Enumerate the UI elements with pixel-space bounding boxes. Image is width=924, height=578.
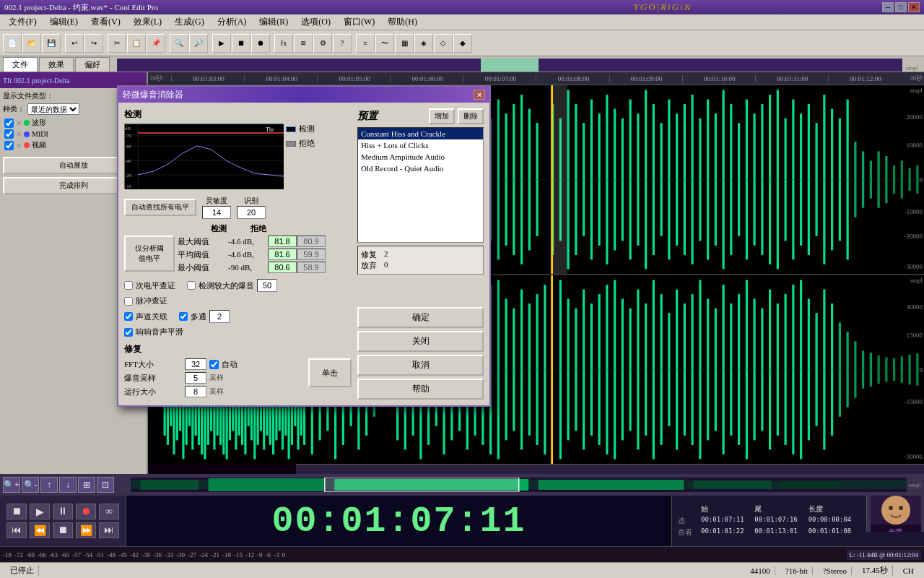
menu-analyze[interactable]: 分析(A) (212, 14, 253, 30)
video-checkbox[interactable] (4, 141, 14, 150)
fft-input[interactable] (185, 358, 206, 370)
menu-window[interactable]: 窗口(W) (338, 14, 380, 30)
fft-auto-cb[interactable] (209, 360, 219, 369)
vu-neg45: -45 (118, 551, 127, 558)
mini-waveform-strip[interactable] (131, 478, 907, 492)
btn-stop[interactable]: ⏹ (6, 504, 27, 519)
fft-auto-label: 自动 (222, 359, 237, 370)
dialog-close-button[interactable]: ✕ (474, 90, 485, 100)
vu-neg51: -51 (95, 551, 104, 558)
tab-effects[interactable]: 效果 (39, 57, 74, 72)
cancel-btn[interactable]: 取消 (357, 355, 484, 376)
toolbar-stop[interactable]: ⏹ (232, 34, 250, 53)
toolbar-paste[interactable]: 📌 (147, 34, 165, 53)
close-button[interactable]: ✕ (908, 2, 920, 12)
min-reject-input[interactable] (297, 262, 326, 273)
menu-effects[interactable]: 效果(L) (128, 14, 167, 30)
toolbar-play[interactable]: ▶ (212, 34, 231, 53)
btn-record[interactable]: ⏺ (76, 504, 96, 519)
btn-loop[interactable]: ∞ (99, 504, 119, 519)
multipass-cb[interactable] (179, 312, 188, 321)
horizontal-scrollbar[interactable] (296, 464, 924, 474)
toolbar-waveform[interactable]: 〜 (375, 34, 394, 53)
tab-file[interactable]: 文件 (3, 57, 38, 72)
toolbar-zoom-out[interactable]: 🔎 (189, 34, 208, 53)
btn-to-start[interactable]: ⏮ (6, 522, 27, 538)
preset-item-2[interactable]: Medium Amplitude Audio (358, 151, 483, 163)
toolbar-undo[interactable]: ↩ (65, 34, 84, 53)
btn-next[interactable]: ⏩ (76, 522, 96, 538)
detect-large-input[interactable] (257, 279, 277, 292)
preset-add-btn[interactable]: 增加 (429, 108, 455, 124)
close-btn[interactable]: 关闭 (357, 331, 484, 352)
pulse-cb[interactable] (124, 297, 133, 306)
toolbar-extra2[interactable]: ◇ (434, 34, 453, 53)
maximize-button[interactable]: □ (895, 2, 907, 12)
menu-file[interactable]: 文件(F) (3, 14, 43, 30)
menu-help[interactable]: 帮助(H) (382, 14, 423, 30)
multipass-input[interactable] (209, 310, 230, 323)
max-detect-input[interactable] (268, 236, 297, 247)
toolbar-zoom-in[interactable]: 🔍 (170, 34, 188, 53)
preset-item-1[interactable]: Hiss + Lots of Clicks (358, 139, 483, 151)
toolbar-cut[interactable]: ✂ (108, 34, 126, 53)
zoom-in-btn[interactable]: 🔍+ (3, 477, 20, 493)
btn-to-end[interactable]: ⏭ (99, 522, 119, 538)
analyze-btn[interactable]: 仅分析阈 值电平 (124, 236, 175, 272)
toolbar-redo[interactable]: ↪ (84, 34, 103, 53)
run-size-input[interactable] (185, 386, 206, 397)
help-btn[interactable]: 帮助 (357, 379, 484, 400)
toolbar-extra3[interactable]: ◆ (453, 34, 472, 53)
max-reject-input[interactable] (297, 236, 326, 247)
menu-edit[interactable]: 编辑(E) (44, 14, 84, 30)
sound-cb[interactable] (124, 328, 133, 337)
preset-del-btn[interactable]: 删除 (458, 108, 484, 124)
btn-stop2[interactable]: ⏹ (53, 522, 73, 538)
toolbar-copy[interactable]: 📋 (127, 34, 146, 53)
toolbar-new[interactable]: 📄 (3, 34, 22, 53)
zoom-in-v-btn[interactable]: ↑ (40, 477, 58, 493)
min-detect-input[interactable] (268, 262, 297, 273)
toolbar-multitrack[interactable]: ≡ (356, 34, 375, 53)
second-level-cb[interactable] (124, 281, 133, 290)
tab-prefs[interactable]: 偏好 (75, 57, 110, 72)
zoom-all-btn[interactable]: ⊡ (97, 477, 114, 493)
menu-view[interactable]: 查看(V) (85, 14, 126, 30)
detect-large-cb[interactable] (187, 281, 196, 290)
menu-edit2[interactable]: 编辑(R) (253, 14, 294, 30)
minimize-button[interactable]: ─ (882, 2, 894, 12)
toolbar-open[interactable]: 📂 (22, 34, 41, 53)
btn-pause[interactable]: ⏸ (53, 504, 73, 519)
app-logo: YGO|RiGiN (443, 1, 882, 13)
toolbar-extra1[interactable]: ◈ (414, 34, 433, 53)
btn-play[interactable]: ▶ (30, 504, 50, 519)
midi-checkbox[interactable] (4, 129, 14, 139)
zoom-fit-btn[interactable]: ⊞ (78, 477, 95, 493)
toolbar-settings[interactable]: ⚙ (313, 34, 332, 53)
channel-cb[interactable] (124, 312, 133, 321)
toolbar-spectrum[interactable]: ▦ (395, 34, 414, 53)
preset-item-3[interactable]: Old Record - Quiet Audio (358, 163, 483, 174)
pop-samples-input[interactable] (185, 372, 206, 384)
auto-find-btn[interactable]: 自动查找所有电平 (124, 199, 196, 216)
type-select[interactable]: 最近的数据 (27, 103, 79, 115)
toolbar-save[interactable]: 💾 (42, 34, 61, 53)
toolbar-record[interactable]: ⏺ (251, 34, 270, 53)
avg-detect-input[interactable] (268, 249, 297, 260)
preset-item-0[interactable]: Constant Hiss and Crackle (358, 128, 483, 139)
ok-btn[interactable]: 确定 (357, 307, 484, 328)
menu-options[interactable]: 选项(O) (295, 14, 336, 30)
toolbar-effects[interactable]: fx (274, 34, 293, 53)
toolbar-help[interactable]: ? (333, 34, 352, 53)
sensitivity-input[interactable] (202, 206, 231, 219)
menu-generate[interactable]: 生成(G) (169, 14, 210, 30)
identify-input[interactable] (237, 206, 266, 219)
click-button[interactable]: 单击 (308, 358, 352, 387)
preset-list[interactable]: Constant Hiss and Crackle Hiss + Lots of… (357, 127, 484, 243)
zoom-out-btn[interactable]: 🔍- (22, 477, 39, 493)
waveform-checkbox[interactable] (4, 118, 14, 128)
zoom-out-v-btn[interactable]: ↓ (59, 477, 77, 493)
avg-reject-input[interactable] (297, 249, 326, 260)
toolbar-analyze[interactable]: ≋ (294, 34, 313, 53)
btn-prev[interactable]: ⏪ (30, 522, 50, 538)
